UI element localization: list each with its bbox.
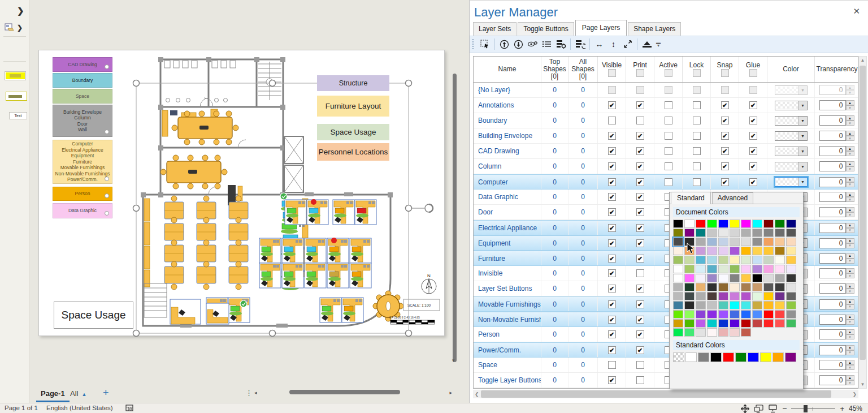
color-swatch[interactable]	[685, 352, 697, 362]
print-checkbox[interactable]	[636, 376, 644, 384]
print-checkbox[interactable]: ✔	[636, 193, 644, 201]
data-graphics-status-icon[interactable]	[125, 404, 134, 412]
legend-item[interactable]: Person	[53, 187, 112, 201]
add-page-button[interactable]: +	[103, 387, 109, 399]
color-swatch[interactable]	[684, 238, 695, 246]
color-swatch[interactable]	[752, 292, 762, 300]
canvas-vertical-scrollbar[interactable]: ▾	[452, 23, 458, 362]
color-swatch[interactable]	[775, 256, 785, 264]
dropdown-arrow-icon[interactable]: ▼	[798, 117, 807, 125]
transparency-value[interactable]: 0	[819, 223, 846, 233]
master-shape-thumbnail[interactable]	[6, 92, 27, 101]
color-swatch[interactable]	[741, 247, 751, 255]
view-callout[interactable]: Personnel Locations	[317, 143, 389, 161]
color-swatch[interactable]	[741, 229, 751, 237]
visible-checkbox[interactable]: ✔	[608, 376, 616, 384]
spinner-up-icon[interactable]: ▲	[846, 223, 854, 228]
transparency-value[interactable]: 0	[819, 238, 846, 248]
color-swatch[interactable]	[684, 274, 695, 282]
glue-checkbox[interactable]: ✔	[749, 162, 757, 170]
color-swatch[interactable]	[673, 256, 683, 264]
dropdown-arrow-icon[interactable]: ▼	[798, 147, 807, 156]
glue-checkbox[interactable]: ✔	[749, 178, 757, 186]
visible-checkbox[interactable]: ✔	[608, 178, 616, 186]
pages-filter-dropdown[interactable]: All▲	[70, 389, 86, 398]
print-checkbox[interactable]: ✔	[636, 147, 644, 155]
color-swatch[interactable]	[684, 256, 695, 264]
color-swatch[interactable]	[763, 229, 774, 237]
color-swatch[interactable]	[673, 238, 683, 246]
layer-name[interactable]: Data Graphic	[474, 190, 541, 204]
color-swatch[interactable]	[775, 301, 785, 309]
switch-windows-icon[interactable]	[754, 405, 763, 413]
active-checkbox[interactable]	[665, 132, 672, 140]
color-swatch[interactable]	[775, 283, 785, 291]
color-swatch[interactable]	[673, 220, 683, 228]
color-swatch[interactable]	[763, 292, 774, 300]
glue-checkbox[interactable]: ✔	[749, 117, 757, 124]
visible-checkbox[interactable]: ✔	[608, 208, 616, 216]
color-swatch[interactable]	[752, 256, 762, 264]
layer-name[interactable]: Space	[474, 358, 541, 372]
view-callout[interactable]: Structure	[317, 75, 389, 91]
column-toggle-all-checkbox[interactable]	[608, 69, 616, 77]
snap-checkbox[interactable]: ✔	[721, 132, 729, 140]
spinner-up-icon[interactable]: ▲	[846, 329, 854, 334]
color-swatch[interactable]	[752, 283, 762, 291]
color-swatch[interactable]	[696, 310, 706, 319]
spinner-up-icon[interactable]: ▲	[846, 268, 854, 273]
color-swatch[interactable]	[785, 352, 796, 362]
column-toggle-all-checkbox[interactable]	[636, 69, 644, 77]
transparency-value[interactable]: 0	[819, 100, 846, 110]
color-swatch[interactable]	[730, 328, 740, 337]
color-swatch[interactable]	[752, 220, 762, 228]
color-swatch[interactable]	[718, 301, 728, 309]
layer-row[interactable]: Boundary00✔✔▼0▲▼	[474, 113, 858, 128]
spinner-down-icon[interactable]: ▼	[846, 166, 854, 171]
color-swatch[interactable]	[707, 328, 717, 337]
color-swatch[interactable]	[741, 220, 751, 228]
transparency-value[interactable]: 0	[819, 115, 846, 126]
spinner-up-icon[interactable]: ▲	[846, 177, 854, 182]
pan-zoom-icon[interactable]	[741, 405, 749, 413]
print-checkbox[interactable]	[636, 361, 644, 369]
transparency-spinner[interactable]: 0▲▼	[819, 85, 854, 95]
layer-name[interactable]: Movable Furnishings	[474, 297, 541, 311]
legend-toggle-dot[interactable]	[105, 64, 109, 69]
spinner-down-icon[interactable]: ▼	[846, 289, 854, 294]
spinner-up-icon[interactable]: ▲	[846, 207, 854, 212]
zoom-slider-thumb[interactable]	[804, 405, 808, 412]
transparency-spinner[interactable]: 0▲▼	[819, 223, 854, 233]
color-swatch[interactable]	[673, 328, 683, 337]
open-stencil-chevron-icon[interactable]: ❯	[17, 24, 23, 32]
color-swatch[interactable]	[741, 256, 751, 264]
color-swatch[interactable]	[730, 283, 740, 291]
layer-name[interactable]: CAD Drawing	[474, 144, 541, 158]
legend-item[interactable]: ComputerElectrical ApplianceEquipmentFur…	[53, 140, 112, 184]
layer-row[interactable]: Computer00✔✔✔✔▼0▲▼	[474, 174, 858, 190]
transparency-value[interactable]: 0	[819, 315, 846, 325]
color-swatch[interactable]	[707, 310, 717, 319]
color-swatch[interactable]	[752, 274, 762, 282]
dropdown-arrow-icon[interactable]: ▼	[798, 101, 807, 110]
active-checkbox[interactable]	[665, 147, 672, 155]
transparency-spinner[interactable]: 0▲▼	[819, 329, 854, 339]
glue-checkbox[interactable]	[749, 86, 757, 94]
spinner-up-icon[interactable]: ▲	[846, 253, 854, 259]
color-swatch[interactable]	[718, 229, 728, 237]
master-shape-thumbnail[interactable]	[5, 71, 26, 80]
visible-checkbox[interactable]: ✔	[608, 330, 616, 338]
close-icon[interactable]: ✕	[853, 6, 860, 16]
picker-tab-standard[interactable]: Standard	[671, 192, 711, 204]
color-swatch[interactable]	[673, 247, 683, 255]
transparency-spinner[interactable]: 0▲▼	[819, 115, 854, 126]
color-swatch[interactable]	[696, 265, 706, 273]
spinner-up-icon[interactable]: ▲	[846, 100, 854, 105]
color-swatch[interactable]	[760, 352, 771, 362]
transparency-value[interactable]: 0	[819, 329, 846, 339]
transparency-value[interactable]: 0	[819, 85, 846, 95]
color-swatch[interactable]	[696, 301, 706, 309]
page-status[interactable]: Page 1 of 1	[5, 405, 38, 411]
color-swatch[interactable]	[684, 310, 695, 319]
view-callout[interactable]: Furniture Layout	[317, 96, 389, 117]
